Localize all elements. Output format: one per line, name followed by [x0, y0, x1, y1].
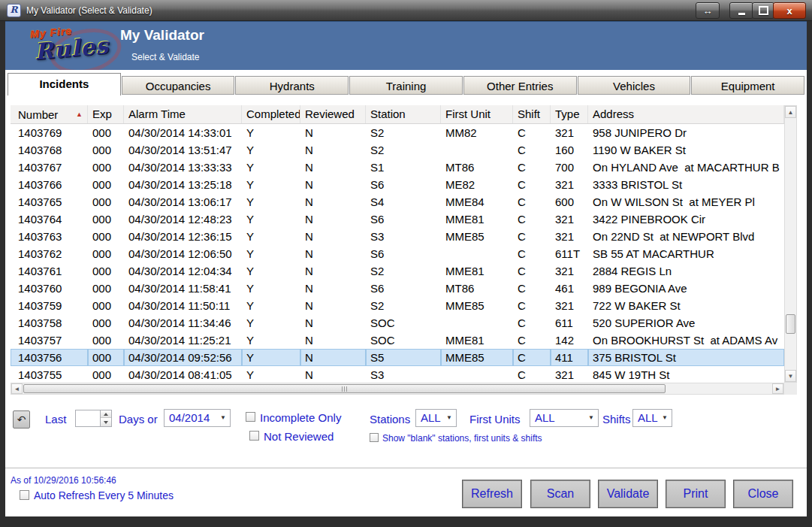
sort-ascending-icon: ▲: [76, 106, 83, 123]
table-row[interactable]: 140376200004/30/2014 12:06:50YNS6C611TSB…: [11, 245, 784, 262]
chevron-down-icon: ▼: [660, 410, 670, 426]
window-title: My Validator (Select & Validate): [26, 5, 152, 16]
cell-number: 1403761: [11, 262, 88, 280]
column-header-exp[interactable]: Exp: [88, 105, 124, 123]
table-row[interactable]: 140375900004/30/2014 11:50:11YNS2MME85C3…: [11, 297, 784, 314]
scroll-left-button[interactable]: ◄: [11, 383, 23, 394]
scroll-up-button[interactable]: ▲: [785, 106, 796, 118]
column-header-address[interactable]: Address: [588, 105, 784, 123]
scroll-down-button[interactable]: ▼: [785, 370, 796, 382]
table-row[interactable]: 140376600004/30/2014 13:25:18YNS6ME82C32…: [11, 176, 784, 193]
horizontal-scrollbar[interactable]: ◄ ►: [11, 383, 784, 395]
maximize-button[interactable]: [752, 2, 774, 19]
table-row[interactable]: 140376700004/30/2014 13:33:33YNS1MT86C70…: [11, 159, 784, 176]
scroll-right-button[interactable]: ►: [772, 383, 783, 394]
minimize-button[interactable]: [729, 2, 753, 19]
month-dropdown[interactable]: 04/2014 ▼: [164, 409, 231, 427]
not-reviewed-checkbox[interactable]: [249, 431, 259, 441]
cell-type: 611T: [551, 245, 588, 262]
cell-station: S6: [366, 176, 441, 193]
cell-exp: 000: [88, 280, 124, 297]
cell-completed: Y: [242, 366, 300, 383]
cell-shift: C: [513, 349, 551, 366]
cell-reviewed: N: [300, 332, 366, 349]
column-header-number[interactable]: Number ▲: [11, 105, 88, 123]
column-header-shift[interactable]: Shift: [513, 105, 551, 123]
cell-first-unit: [441, 314, 513, 332]
column-header-first-unit[interactable]: First Unit: [441, 105, 513, 123]
tab-hydrants[interactable]: Hydrants: [235, 76, 349, 95]
cell-station: S2: [366, 262, 441, 280]
cell-alarm-time: 04/30/2014 11:34:46: [124, 314, 242, 332]
column-header-station[interactable]: Station: [366, 105, 441, 123]
shifts-dropdown[interactable]: ALL ▼: [632, 409, 672, 427]
cell-shift: C: [513, 124, 551, 141]
spinner-up-button[interactable]: [101, 410, 111, 418]
cell-completed: Y: [242, 297, 300, 314]
cell-type: 611: [551, 314, 588, 332]
cell-completed: Y: [242, 245, 300, 262]
column-header-type[interactable]: Type: [551, 105, 588, 123]
cell-address: 722 W BAKER St: [588, 297, 784, 314]
table-header-row: Number ▲ Exp Alarm Time Completed Review…: [11, 105, 784, 124]
close-button[interactable]: Close: [733, 480, 793, 508]
first-units-dropdown[interactable]: ALL ▼: [530, 409, 599, 427]
cell-type: 160: [551, 141, 588, 159]
scan-button[interactable]: Scan: [530, 480, 590, 508]
cell-station: S5: [366, 349, 441, 366]
validate-button[interactable]: Validate: [598, 480, 658, 508]
tab-equipment[interactable]: Equipment: [691, 76, 804, 95]
auto-refresh-checkbox[interactable]: [20, 490, 29, 500]
cell-alarm-time: 04/30/2014 11:50:11: [124, 297, 242, 314]
tab-incidents[interactable]: Incidents: [8, 73, 121, 95]
cell-exp: 000: [88, 210, 124, 228]
cell-reviewed: N: [300, 349, 366, 366]
days-input[interactable]: [76, 410, 100, 426]
cell-address: 520 SUPERIOR Ave: [588, 314, 784, 332]
horizontal-scrollbar-thumb[interactable]: [23, 384, 666, 393]
tab-vehicles[interactable]: Vehicles: [578, 76, 691, 95]
resize-window-button[interactable]: ↔: [696, 2, 720, 19]
table-row[interactable]: 140376900004/30/2014 14:33:01YNS2MM82C32…: [11, 124, 784, 141]
maximize-icon: [759, 6, 768, 15]
cell-station: S3: [366, 366, 441, 383]
spinner-up-icon: [104, 413, 108, 416]
table-row[interactable]: 140375700004/30/2014 11:25:21YNSOCMME81C…: [11, 332, 784, 349]
cell-reviewed: N: [300, 141, 366, 159]
reset-filters-button[interactable]: ↶: [13, 410, 30, 429]
tab-other-entries[interactable]: Other Entries: [463, 76, 577, 95]
first-units-label: First Units: [469, 413, 521, 426]
tab-occupancies[interactable]: Occupancies: [122, 76, 235, 95]
vertical-scrollbar-thumb[interactable]: [786, 314, 795, 334]
incomplete-only-checkbox[interactable]: [246, 412, 255, 422]
stations-dropdown[interactable]: ALL ▼: [415, 409, 457, 427]
close-window-button[interactable]: x: [773, 2, 806, 19]
table-row[interactable]: 140376000004/30/2014 11:58:41YNS6MT86C46…: [11, 280, 784, 297]
cell-alarm-time: 04/30/2014 11:58:41: [124, 280, 242, 297]
table-row[interactable]: 140376300004/30/2014 12:36:15YNS3MME85C3…: [11, 228, 784, 245]
column-header-reviewed[interactable]: Reviewed: [300, 105, 366, 123]
cell-type: 600: [551, 193, 588, 210]
table-row[interactable]: 140376100004/30/2014 12:04:34YNS2MME81C3…: [11, 262, 784, 280]
column-header-alarm-time[interactable]: Alarm Time: [124, 105, 242, 123]
refresh-button[interactable]: Refresh: [462, 480, 522, 508]
cell-alarm-time: 04/30/2014 09:52:56: [124, 349, 242, 366]
column-header-completed[interactable]: Completed: [242, 105, 300, 123]
print-button[interactable]: Print: [666, 480, 726, 508]
tab-training[interactable]: Training: [349, 76, 463, 95]
table-row[interactable]: 140376800004/30/2014 13:51:47YNS2C160119…: [11, 141, 784, 159]
cell-reviewed: N: [300, 159, 366, 176]
table-row[interactable]: 140376400004/30/2014 12:48:23YNS6MME81C3…: [11, 210, 784, 228]
table-row[interactable]: 140376500004/30/2014 13:06:17YNS4MME84C6…: [11, 193, 784, 210]
table-row[interactable]: 140375800004/30/2014 11:34:46YNSOCC61152…: [11, 314, 784, 332]
cell-shift: C: [513, 245, 551, 262]
spinner-down-button[interactable]: [101, 419, 111, 426]
cell-address: 845 W 19TH St: [588, 366, 784, 383]
show-blank-checkbox[interactable]: [370, 433, 379, 442]
table-row[interactable]: 140375600004/30/2014 09:52:56YNS5MME85C4…: [11, 349, 784, 366]
vertical-scrollbar[interactable]: ▲ ▼: [784, 105, 797, 383]
cell-address: 958 JUNIPERO Dr: [588, 124, 784, 141]
table-row[interactable]: 140375500004/30/2014 08:41:05YNS3C321845…: [11, 366, 784, 383]
cell-number: 1403767: [11, 159, 88, 176]
cell-exp: 000: [88, 176, 124, 193]
